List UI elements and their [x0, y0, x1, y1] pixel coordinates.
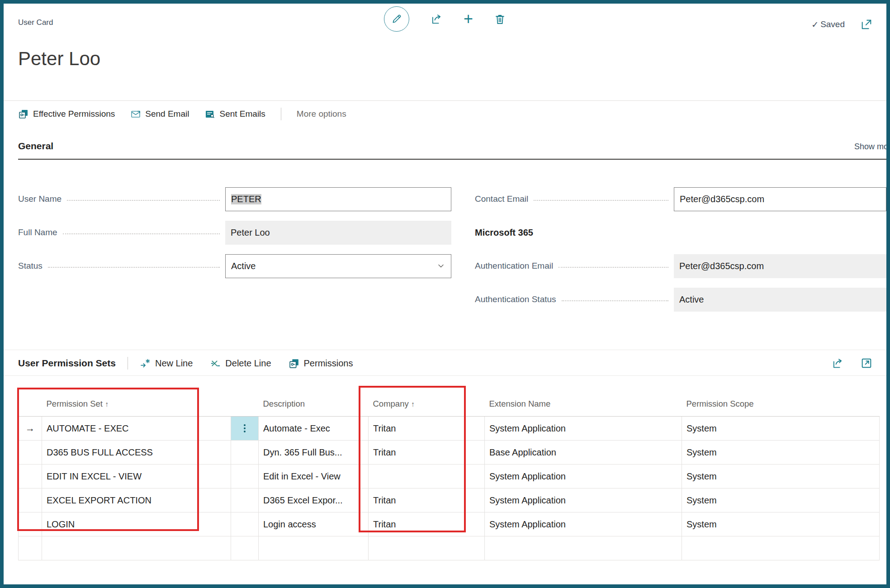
focus-mode-icon[interactable] — [860, 357, 873, 370]
user-name-input[interactable]: PETER — [225, 187, 451, 211]
cell-extension-name[interactable]: System Application — [485, 512, 682, 536]
popout-icon[interactable] — [860, 18, 873, 31]
cell-company[interactable]: Tritan — [369, 441, 485, 465]
cell-extension-name[interactable]: System Application — [485, 417, 682, 441]
cell-permission-set[interactable]: LOGIN — [42, 512, 231, 536]
column-header-description[interactable]: Description — [259, 392, 369, 417]
cell-permission-set[interactable]: EDIT IN EXCEL - VIEW — [42, 465, 231, 488]
effective-permissions-icon — [18, 109, 29, 119]
delete-line-button[interactable]: Delete Line — [210, 358, 271, 369]
share-icon[interactable] — [430, 13, 443, 25]
cell-description[interactable]: D365 Excel Expor... — [259, 488, 369, 512]
cell-permission-set[interactable] — [42, 536, 231, 560]
user-permission-sets-heading[interactable]: User Permission Sets — [18, 358, 116, 369]
table-row[interactable]: D365 BUS FULL ACCESS Dyn. 365 Full Bus..… — [19, 441, 880, 465]
ups-header-bottom-divider — [4, 375, 886, 376]
table-row[interactable]: → AUTOMATE - EXEC Automate - Exec Tritan… — [19, 417, 880, 441]
cell-permission-set[interactable]: AUTOMATE - EXEC — [42, 417, 231, 441]
cell-extension-name[interactable]: Base Application — [485, 441, 682, 465]
row-menu-cell[interactable] — [231, 536, 259, 560]
status-value: Active — [231, 261, 256, 271]
action-bar-divider — [281, 108, 281, 120]
cell-extension-name[interactable]: System Application — [485, 488, 682, 512]
cell-permission-set[interactable]: D365 BUS FULL ACCESS — [42, 441, 231, 465]
cell-company[interactable]: Tritan — [369, 512, 485, 536]
cell-company[interactable] — [369, 465, 485, 488]
row-selector-cell[interactable]: → — [19, 417, 42, 441]
row-menu-cell[interactable] — [231, 441, 259, 465]
more-options-button[interactable]: More options — [297, 109, 346, 119]
row-menu-cell[interactable] — [231, 465, 259, 488]
cell-permission-scope[interactable]: System — [682, 417, 880, 441]
delete-icon[interactable] — [494, 13, 506, 25]
contact-email-input[interactable]: Peter@d365csp.com — [674, 187, 886, 211]
permissions-button[interactable]: Permissions — [289, 358, 353, 369]
add-new-icon[interactable]: + — [464, 11, 473, 27]
ups-button-label: Delete Line — [225, 358, 271, 369]
dotted-leader — [67, 200, 220, 201]
microsoft-365-subheading: Microsoft 365 — [475, 228, 533, 238]
breadcrumb[interactable]: User Card — [18, 14, 53, 27]
user-card-page: { "page": { "breadcrumb": "User Card", "… — [0, 0, 890, 588]
cell-company[interactable]: Tritan — [369, 417, 485, 441]
field-label: Full Name — [18, 228, 57, 237]
cell-permission-scope[interactable]: System — [682, 441, 880, 465]
cell-description[interactable]: Dyn. 365 Full Bus... — [259, 441, 369, 465]
show-more-link[interactable]: Show mo — [854, 142, 888, 152]
sort-ascending-icon: ↑ — [105, 400, 109, 408]
table-row[interactable]: EXCEL EXPORT ACTION D365 Excel Expor... … — [19, 488, 880, 512]
column-header-permission-set[interactable]: Permission Set ↑ — [42, 392, 231, 417]
general-heading[interactable]: General — [18, 141, 53, 152]
row-selector-cell[interactable] — [19, 488, 42, 512]
field-full-name: Full Name Peter Loo — [18, 216, 451, 249]
cell-extension-name[interactable] — [485, 536, 682, 560]
row-selector-cell[interactable] — [19, 512, 42, 536]
save-status-area: ✓ Saved — [811, 14, 873, 31]
new-line-button[interactable]: New Line — [140, 358, 193, 369]
cell-permission-scope[interactable]: System — [682, 488, 880, 512]
column-header-company[interactable]: Company ↑ — [369, 392, 485, 417]
sent-emails-button[interactable]: Sent Emails — [204, 109, 265, 119]
field-authentication-status: Authentication Status Active — [475, 283, 886, 316]
row-selector-cell[interactable] — [19, 441, 42, 465]
column-header-permission-scope[interactable]: Permission Scope — [682, 392, 880, 417]
cell-description[interactable] — [259, 536, 369, 560]
dotted-leader — [559, 267, 668, 268]
cell-extension-name[interactable]: System Application — [485, 465, 682, 488]
table-row[interactable]: LOGIN Login access Tritan System Applica… — [19, 512, 880, 536]
table-row[interactable] — [19, 536, 880, 560]
check-icon: ✓ — [811, 19, 819, 30]
row-context-menu-icon[interactable] — [231, 417, 259, 441]
send-email-icon — [130, 109, 141, 119]
field-label: Authentication Email — [475, 261, 553, 271]
edit-pencil-icon[interactable] — [384, 6, 409, 32]
cell-description[interactable]: Edit in Excel - View — [259, 465, 369, 488]
send-email-button[interactable]: Send Email — [130, 109, 189, 119]
top-bar: User Card + ✓ S — [4, 4, 886, 35]
cell-permission-set[interactable]: EXCEL EXPORT ACTION — [42, 488, 231, 512]
row-menu-cell[interactable] — [231, 512, 259, 536]
cell-company[interactable] — [369, 536, 485, 560]
share-icon[interactable] — [831, 357, 844, 370]
table-row[interactable]: EDIT IN EXCEL - VIEW Edit in Excel - Vie… — [19, 465, 880, 488]
column-header-selector — [19, 392, 42, 417]
cell-company[interactable]: Tritan — [369, 488, 485, 512]
fields-left-column: User Name PETER Full Name Peter Loo Stat… — [18, 182, 451, 316]
column-header-extension-name[interactable]: Extension Name — [485, 392, 682, 417]
row-selector-cell[interactable] — [19, 465, 42, 488]
microsoft-365-subheading-row: Microsoft 365 — [475, 216, 886, 249]
ups-header-divider — [128, 357, 128, 370]
cell-permission-scope[interactable]: System — [682, 512, 880, 536]
cell-permission-scope[interactable]: System — [682, 465, 880, 488]
authentication-status-field: Active — [674, 288, 886, 312]
row-menu-cell[interactable] — [231, 488, 259, 512]
new-line-icon — [140, 358, 151, 369]
cell-permission-scope[interactable] — [682, 536, 880, 560]
row-selector-cell[interactable] — [19, 536, 42, 560]
status-dropdown[interactable]: Active — [225, 254, 451, 278]
cell-description[interactable]: Automate - Exec — [259, 417, 369, 441]
saved-indicator: ✓ Saved — [811, 19, 845, 30]
effective-permissions-button[interactable]: Effective Permissions — [18, 109, 115, 119]
cell-description[interactable]: Login access — [259, 512, 369, 536]
page-title: Peter Loo — [4, 35, 886, 100]
